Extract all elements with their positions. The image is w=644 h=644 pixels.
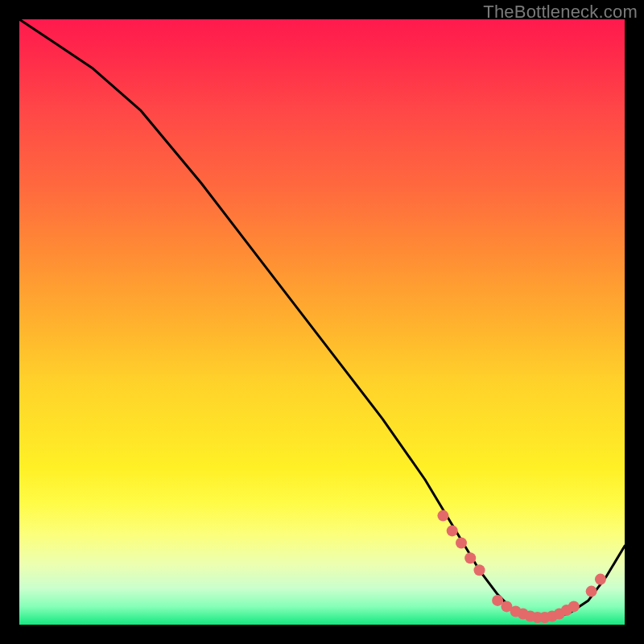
svg-point-15 <box>568 601 580 612</box>
svg-point-17 <box>595 574 606 585</box>
svg-point-0 <box>437 510 448 522</box>
chart-line <box>19 19 625 619</box>
svg-point-3 <box>464 552 476 564</box>
svg-point-4 <box>474 564 485 576</box>
chart-svg <box>19 19 625 625</box>
chart-container: TheBottleneck.com <box>0 0 644 644</box>
chart-plot-area <box>19 19 625 625</box>
svg-point-16 <box>586 586 597 597</box>
svg-point-2 <box>456 538 467 549</box>
svg-point-1 <box>447 525 458 536</box>
